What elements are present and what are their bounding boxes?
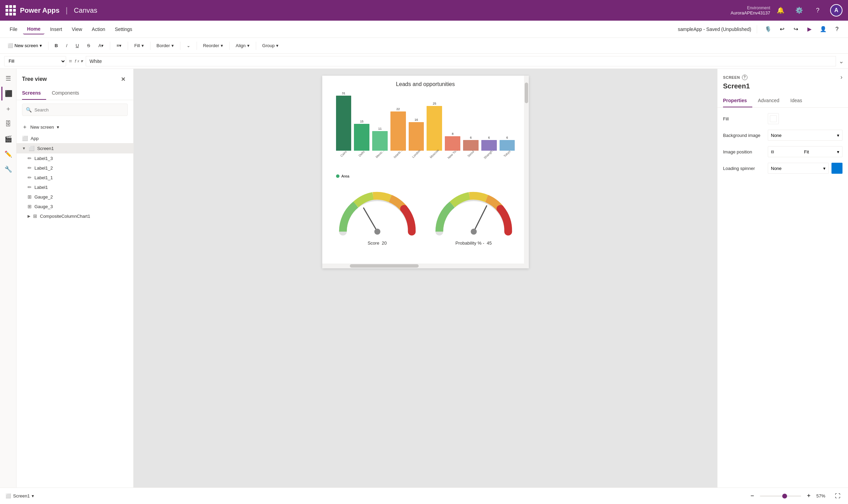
menu-view[interactable]: View — [67, 24, 86, 34]
gauge-prob-svg — [431, 186, 517, 238]
redo-icon[interactable]: ↪ — [790, 24, 801, 35]
cairo-label: Cairo — [340, 150, 347, 158]
sidebar-icon-add[interactable]: ＋ — [1, 102, 15, 116]
zoom-slider[interactable] — [760, 495, 801, 497]
menu-file[interactable]: File — [6, 24, 22, 34]
menu-action[interactable]: Action — [88, 24, 109, 34]
zoom-thumb[interactable] — [782, 494, 787, 498]
tree-item-label1-1[interactable]: ✏ Label1_1 — [17, 173, 133, 182]
sidebar-icon-layers[interactable]: ⬛ — [1, 87, 15, 100]
italic-button[interactable]: / — [63, 40, 71, 51]
chevron-down-button[interactable]: ⌄ — [183, 40, 194, 51]
tab-ideas[interactable]: Ideas — [791, 94, 808, 107]
zoom-value: 57% — [816, 493, 830, 498]
menu-insert[interactable]: Insert — [46, 24, 66, 34]
label1-1-icon: ✏ — [28, 175, 32, 180]
menu-settings[interactable]: Settings — [111, 24, 137, 34]
zoom-minus-button[interactable]: − — [747, 491, 757, 501]
apps-grid-icon[interactable] — [6, 5, 16, 15]
formula-expand-icon[interactable]: ⌄ — [839, 57, 844, 65]
sidebar-icon-variables[interactable]: ✏️ — [1, 147, 15, 161]
search-box[interactable]: 🔍 — [22, 104, 128, 116]
bottom-screen-chevron-icon[interactable]: ▾ — [32, 493, 34, 498]
tokyo-label: Tokyo — [503, 150, 511, 158]
background-image-option: None — [771, 133, 782, 138]
zoom-plus-button[interactable]: + — [804, 491, 814, 501]
tab-advanced[interactable]: Advanced — [758, 94, 785, 107]
istanbul-value: 22 — [396, 107, 400, 111]
svg-line-2 — [474, 206, 487, 232]
scroll-thumb[interactable] — [525, 83, 528, 103]
tree-item-label1[interactable]: ✏ Label1 — [17, 182, 133, 192]
tree-item-app[interactable]: ⬜ App — [17, 133, 133, 143]
horizontal-scrollbar[interactable] — [322, 264, 524, 268]
help-circle-icon[interactable]: ? — [742, 75, 747, 80]
help-menu-icon[interactable]: ? — [831, 24, 842, 35]
tree-item-label1-3[interactable]: ✏ Label1_3 — [17, 153, 133, 163]
shanghai-value: 6 — [488, 136, 490, 139]
border-button[interactable]: Border▾ — [153, 40, 177, 51]
chart-legend: Area — [322, 173, 529, 180]
legend-dot — [336, 174, 339, 178]
newyork-value: 8 — [452, 132, 453, 136]
align-control-button[interactable]: Align▾ — [232, 40, 253, 51]
new-screen-button[interactable]: ⬜ New screen ▾ — [4, 42, 45, 50]
help-icon[interactable]: ? — [812, 4, 824, 17]
loading-spinner-select[interactable]: None ▾ — [768, 163, 829, 174]
notification-icon[interactable]: 🔔 — [774, 4, 787, 17]
tree-item-screen1[interactable]: ▼ ⬜ Screen1 ··· — [17, 143, 133, 153]
sidebar-icon-menu[interactable]: ☰ — [1, 72, 15, 85]
right-panel-screen-name: Screen1 — [718, 81, 848, 94]
formula-input[interactable] — [86, 56, 836, 66]
sidebar-icon-media[interactable]: 🎬 — [1, 132, 15, 146]
menu-home[interactable]: Home — [23, 24, 45, 34]
underline-button[interactable]: U — [72, 40, 82, 51]
tree-item-gauge3[interactable]: ⊞ Gauge_3 — [17, 202, 133, 211]
gauge-score-label: Score 20 — [334, 240, 420, 246]
property-select[interactable]: Fill — [4, 56, 66, 66]
strikethrough-button[interactable]: S — [84, 40, 94, 51]
tree-close-button[interactable]: ✕ — [118, 74, 128, 84]
cairo-value: 31 — [342, 92, 345, 95]
tab-screens[interactable]: Screens — [22, 87, 46, 100]
vertical-scrollbar[interactable] — [524, 76, 529, 268]
sidebar-icon-data[interactable]: 🗄 — [1, 117, 15, 131]
background-image-select[interactable]: None ▾ — [768, 130, 842, 141]
tree-item-label1-2[interactable]: ✏ Label1_2 — [17, 163, 133, 173]
image-position-select[interactable]: ⊟ Fit ▾ — [768, 146, 842, 157]
sidebar-icon-tools[interactable]: 🔧 — [1, 162, 15, 176]
fill-color-picker[interactable] — [768, 113, 779, 124]
tree-item-gauge3-label: Gauge_3 — [34, 204, 128, 209]
user-avatar[interactable]: A — [830, 4, 842, 17]
tree-item-chart1[interactable]: ▶ ⊞ CompositeColumnChart1 — [17, 211, 133, 221]
canvas-scroll[interactable]: Leads and opportunities 31 Cairo 15 — [134, 69, 717, 487]
h-scroll-thumb[interactable] — [350, 264, 419, 268]
font-color-button[interactable]: A▾ — [95, 40, 107, 51]
bold-button[interactable]: B — [51, 40, 61, 51]
search-input[interactable] — [34, 107, 124, 112]
tree-item-gauge2[interactable]: ⊞ Gauge_2 — [17, 192, 133, 202]
background-image-label: Background image — [723, 133, 768, 138]
microphone-icon[interactable]: 🎙️ — [763, 24, 774, 35]
background-image-value: None ▾ — [768, 130, 842, 141]
user-check-icon[interactable]: 👤 — [818, 24, 829, 35]
group-button[interactable]: Group▾ — [259, 40, 282, 51]
right-panel-expand-button[interactable]: › — [840, 74, 842, 81]
fx-icon: fx ▾ — [75, 58, 83, 64]
fullscreen-button[interactable]: ⛶ — [833, 491, 842, 501]
environment-info: Environment AuroraAPEnv43137 — [731, 6, 770, 15]
mexico-value: 11 — [378, 127, 381, 130]
play-icon[interactable]: ▶ — [804, 24, 815, 35]
align-button[interactable]: ≡▾ — [113, 40, 125, 51]
reorder-label: Reorder — [203, 43, 219, 48]
right-panel-tabs: Properties Advanced Ideas — [718, 94, 848, 108]
undo-icon[interactable]: ↩ — [776, 24, 787, 35]
settings-icon[interactable]: ⚙️ — [793, 4, 805, 17]
tab-properties[interactable]: Properties — [723, 94, 752, 107]
reorder-button[interactable]: Reorder▾ — [200, 40, 227, 51]
loading-spinner-color[interactable] — [831, 163, 842, 174]
new-screen-tree-button[interactable]: ＋ New screen ▾ — [17, 121, 133, 133]
bar-newyork: 8 New Yo... — [445, 132, 460, 156]
tab-components[interactable]: Components — [52, 87, 84, 100]
fill-button[interactable]: Fill▾ — [131, 40, 147, 51]
